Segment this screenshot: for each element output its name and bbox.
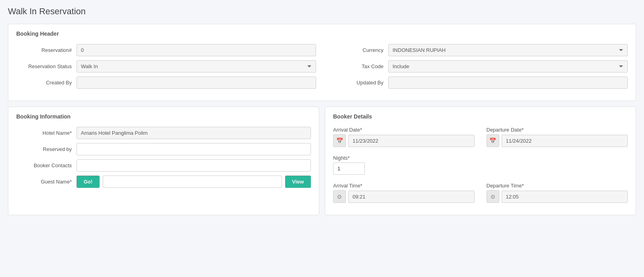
- booker-details-card: Booker Details Arrival Date* 📅 Departure…: [325, 107, 636, 215]
- booker-contacts-row: Booker Contacts: [16, 159, 311, 172]
- tax-code-row: Tax Code Include Exclude: [328, 60, 628, 73]
- booking-header-right: Currency INDONESIAN RUPIAH USD EUR Tax C…: [328, 44, 628, 93]
- nights-input[interactable]: [333, 162, 365, 175]
- departure-date-input[interactable]: [502, 135, 628, 147]
- reservation-status-row: Reservation Status Walk In Confirmed Can…: [16, 60, 316, 73]
- updated-by-label: Updated By: [328, 80, 383, 86]
- view-button[interactable]: View: [285, 176, 311, 188]
- booker-details-grid: Arrival Date* 📅 Departure Date* 📅: [333, 127, 628, 207]
- arrival-time-clock-icon[interactable]: ⊙: [333, 190, 346, 203]
- created-by-row: Created By: [16, 76, 316, 89]
- booking-information-title: Booking Information: [16, 113, 311, 120]
- reservation-number-label: Reservation#: [16, 47, 72, 53]
- booking-information-card: Booking Information Hotel Name* Reserved…: [8, 107, 319, 215]
- departure-date-label: Departure Date*: [487, 127, 628, 133]
- arrival-date-calendar-icon[interactable]: 📅: [333, 134, 346, 147]
- departure-date-input-wrap: 📅: [487, 134, 628, 147]
- hotel-name-row: Hotel Name*: [16, 127, 311, 139]
- created-by-label: Created By: [16, 80, 72, 86]
- nights-field: Nights*: [333, 155, 475, 175]
- reservation-status-select[interactable]: Walk In Confirmed Cancelled: [77, 60, 316, 73]
- departure-time-clock-icon[interactable]: ⊙: [487, 190, 499, 203]
- arrival-date-input-wrap: 📅: [333, 134, 475, 147]
- reservation-number-row: Reservation#: [16, 44, 316, 56]
- hotel-name-label: Hotel Name*: [16, 130, 72, 136]
- page-title: Walk In Reservation: [8, 6, 636, 17]
- hotel-name-input[interactable]: [77, 127, 311, 139]
- currency-row: Currency INDONESIAN RUPIAH USD EUR: [328, 44, 628, 56]
- reserved-by-row: Reserved by: [16, 143, 311, 155]
- booking-header-left: Reservation# Reservation Status Walk In …: [16, 44, 316, 93]
- guest-name-label: Guest Name*: [16, 179, 72, 185]
- arrival-date-field: Arrival Date* 📅: [333, 127, 475, 147]
- reservation-status-label: Reservation Status: [16, 63, 72, 69]
- arrival-time-field: Arrival Time* ⊙: [333, 183, 475, 203]
- departure-time-input-wrap: ⊙: [487, 190, 628, 203]
- updated-by-input[interactable]: [388, 76, 628, 89]
- tax-code-label: Tax Code: [328, 63, 383, 69]
- arrival-time-label: Arrival Time*: [333, 183, 475, 189]
- arrival-date-input[interactable]: [348, 135, 475, 147]
- guest-name-row: Guest Name* Go! View: [16, 176, 311, 188]
- arrival-time-input[interactable]: [348, 191, 475, 203]
- arrival-date-label: Arrival Date*: [333, 127, 475, 133]
- reservation-number-input[interactable]: [77, 44, 316, 56]
- booker-contacts-label: Booker Contacts: [16, 162, 72, 168]
- empty-cell: [487, 155, 628, 179]
- departure-time-field: Departure Time* ⊙: [487, 183, 628, 203]
- created-by-input[interactable]: [77, 76, 316, 89]
- departure-time-input[interactable]: [502, 191, 628, 203]
- guest-name-input-group: Go! View: [77, 176, 311, 188]
- booker-details-title: Booker Details: [333, 113, 628, 120]
- arrival-time-input-wrap: ⊙: [333, 190, 475, 203]
- departure-date-field: Departure Date* 📅: [487, 127, 628, 147]
- departure-date-calendar-icon[interactable]: 📅: [487, 134, 499, 147]
- booker-contacts-input[interactable]: [77, 159, 311, 172]
- booking-header-title: Booking Header: [16, 31, 628, 37]
- updated-by-row: Updated By: [328, 76, 628, 89]
- reserved-by-input[interactable]: [77, 143, 311, 155]
- tax-code-select[interactable]: Include Exclude: [388, 60, 628, 73]
- departure-time-label: Departure Time*: [487, 183, 628, 189]
- nights-label: Nights*: [333, 155, 475, 161]
- booking-header-card: Booking Header Reservation# Reservation …: [8, 24, 636, 101]
- currency-select[interactable]: INDONESIAN RUPIAH USD EUR: [388, 44, 628, 56]
- go-button[interactable]: Go!: [77, 176, 100, 188]
- guest-name-input[interactable]: [103, 176, 282, 188]
- bottom-section: Booking Information Hotel Name* Reserved…: [8, 107, 636, 221]
- reserved-by-label: Reserved by: [16, 146, 72, 152]
- currency-label: Currency: [328, 47, 383, 53]
